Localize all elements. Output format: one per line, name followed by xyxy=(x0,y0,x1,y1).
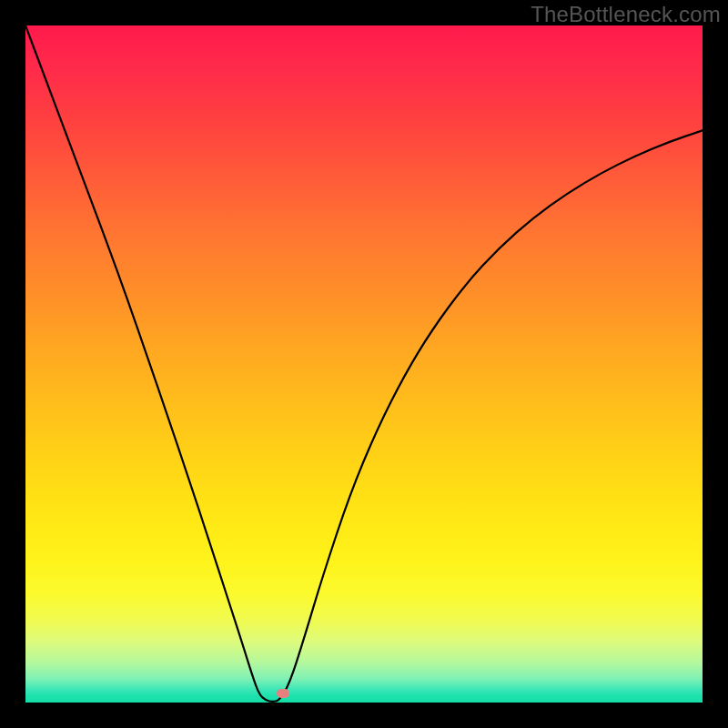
optimum-marker xyxy=(277,689,289,698)
bottleneck-curve xyxy=(25,25,703,703)
chart-container: TheBottleneck.com xyxy=(0,0,728,728)
plot-area xyxy=(25,25,703,703)
watermark-text: TheBottleneck.com xyxy=(531,2,721,27)
